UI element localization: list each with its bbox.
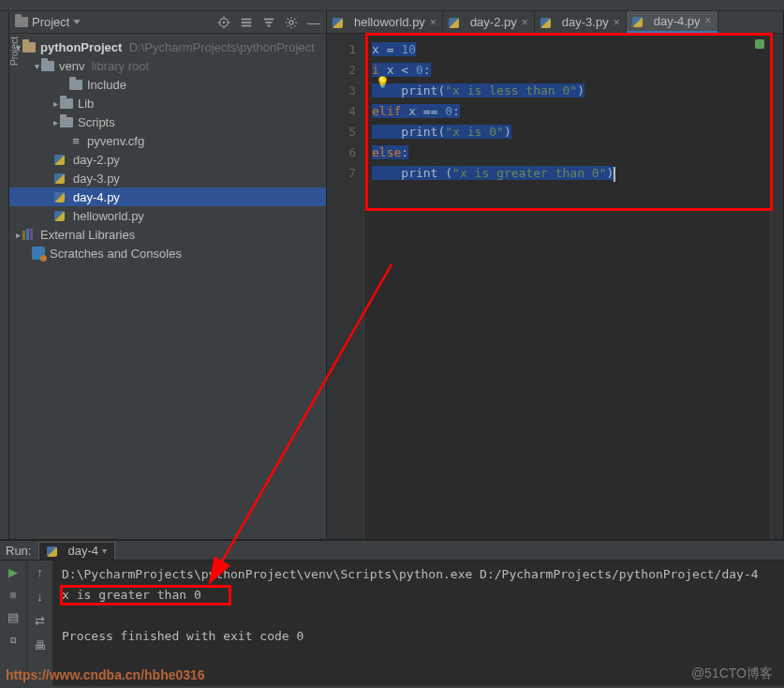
tree-external-libraries[interactable]: External Libraries bbox=[9, 225, 326, 244]
editor-tabs: helloworld.py × day-2.py × day-3.py × da… bbox=[327, 11, 783, 34]
folder-icon bbox=[22, 42, 36, 52]
down-icon[interactable]: ↓ bbox=[33, 589, 48, 604]
project-icon bbox=[15, 17, 28, 27]
folder-icon bbox=[69, 80, 82, 90]
watermark-url: https://www.cndba.cn/hbhe0316 bbox=[6, 667, 205, 682]
svg-rect-11 bbox=[267, 24, 271, 26]
tree-file-day4[interactable]: day-4.py bbox=[9, 187, 326, 206]
code-content[interactable]: x = 10 i💡 x < 0: print("x is less than 0… bbox=[364, 34, 770, 539]
rerun-icon[interactable]: ▶ bbox=[6, 564, 21, 579]
line-gutter: 123 4567 bbox=[327, 34, 364, 539]
python-file-icon bbox=[54, 172, 68, 186]
tree-lib[interactable]: Lib bbox=[9, 94, 326, 112]
python-file-icon bbox=[54, 209, 68, 223]
project-title: Project bbox=[32, 15, 69, 29]
expand-all-icon[interactable] bbox=[240, 16, 253, 29]
stop-icon[interactable]: ■ bbox=[6, 587, 21, 602]
svg-point-12 bbox=[289, 20, 293, 23]
svg-rect-9 bbox=[264, 18, 274, 20]
tree-venv[interactable]: venv library root bbox=[9, 56, 326, 75]
console-line-output: x is greater than 0 bbox=[62, 585, 775, 606]
tree-file-day3[interactable]: day-3.py bbox=[9, 169, 326, 187]
close-icon[interactable]: × bbox=[430, 16, 436, 29]
tree-file-day2[interactable]: day-2.py bbox=[9, 150, 326, 169]
code-editor[interactable]: 123 4567 x = 10 i💡 x < 0: print("x is le… bbox=[327, 34, 783, 539]
menu-bar bbox=[0, 0, 784, 11]
python-file-icon bbox=[449, 16, 461, 28]
locate-icon[interactable] bbox=[217, 16, 230, 29]
project-panel-header: Project — bbox=[9, 11, 326, 34]
python-file-icon bbox=[54, 153, 68, 167]
tree-scratches[interactable]: Scratches and Consoles bbox=[9, 244, 326, 262]
tree-file-helloworld[interactable]: helloworld.py bbox=[9, 206, 326, 225]
hide-panel-icon[interactable]: — bbox=[307, 18, 320, 27]
python-file-icon bbox=[333, 16, 345, 28]
main-area: Project Project — pythonProject D:\Pycha… bbox=[0, 11, 784, 539]
watermark-credit: @51CTO博客 bbox=[691, 666, 773, 682]
console-exit: Process finished with exit code 0 bbox=[62, 626, 775, 647]
python-file-icon bbox=[47, 545, 59, 557]
svg-rect-7 bbox=[242, 22, 252, 23]
library-icon bbox=[22, 229, 36, 240]
console-command: D:\PycharmProjects\pythonProject\venv\Sc… bbox=[62, 564, 775, 585]
up-icon[interactable]: ↑ bbox=[33, 564, 48, 579]
pin-icon[interactable]: ¤ bbox=[6, 632, 21, 647]
folder-icon bbox=[60, 98, 73, 109]
folder-icon bbox=[41, 61, 54, 71]
tab-helloworld[interactable]: helloworld.py × bbox=[327, 11, 443, 33]
python-file-icon bbox=[54, 190, 68, 204]
close-icon[interactable]: × bbox=[614, 16, 620, 29]
chevron-down-icon[interactable]: ▾ bbox=[102, 546, 107, 556]
tab-day3[interactable]: day-3.py × bbox=[535, 11, 627, 33]
tab-day2[interactable]: day-2.py × bbox=[443, 11, 535, 33]
run-label: Run: bbox=[6, 544, 31, 558]
svg-line-20 bbox=[294, 18, 295, 19]
project-dropdown-arrow[interactable] bbox=[73, 20, 81, 24]
print-icon[interactable]: 🖶 bbox=[33, 637, 48, 652]
svg-line-18 bbox=[294, 25, 295, 26]
svg-line-17 bbox=[288, 18, 288, 19]
svg-rect-8 bbox=[242, 24, 252, 26]
tree-root-project[interactable]: pythonProject D:\PycharmProjects\pythonP… bbox=[9, 37, 326, 56]
annotation-red-box-code bbox=[365, 33, 773, 211]
svg-line-19 bbox=[288, 25, 288, 26]
folder-icon bbox=[60, 117, 73, 127]
soft-wrap-icon[interactable]: ⇄ bbox=[33, 613, 48, 628]
tree-pyvenv-cfg[interactable]: ≡ pyvenv.cfg bbox=[9, 131, 326, 150]
tab-day4[interactable]: day-4.py × bbox=[627, 11, 718, 33]
settings-icon[interactable] bbox=[285, 16, 298, 29]
run-tool-window: Run: day-4 ▾ ▶ ■ ▤ ¤ ↑ ↓ ⇄ 🖶 D:\PycharmP… bbox=[0, 540, 784, 686]
run-tab[interactable]: day-4 ▾ bbox=[38, 542, 115, 560]
editor-area: helloworld.py × day-2.py × day-3.py × da… bbox=[327, 11, 784, 539]
svg-rect-6 bbox=[242, 18, 252, 20]
close-icon[interactable]: × bbox=[705, 14, 712, 27]
close-icon[interactable]: × bbox=[522, 16, 528, 29]
tree-label: pythonProject bbox=[40, 40, 122, 54]
project-rail-label: Project bbox=[9, 37, 20, 66]
python-file-icon bbox=[632, 15, 644, 27]
project-tree[interactable]: pythonProject D:\PycharmProjects\pythonP… bbox=[9, 34, 326, 539]
svg-point-1 bbox=[223, 21, 226, 23]
project-panel: Project — pythonProject D:\PycharmProjec… bbox=[9, 11, 327, 539]
project-tool-rail[interactable]: Project bbox=[0, 11, 9, 539]
tree-include[interactable]: Include bbox=[9, 75, 326, 94]
tree-scripts[interactable]: Scripts bbox=[9, 112, 326, 131]
svg-rect-10 bbox=[266, 22, 273, 23]
cfg-file-icon: ≡ bbox=[69, 134, 82, 147]
layout-icon[interactable]: ▤ bbox=[6, 609, 21, 624]
python-file-icon bbox=[540, 16, 553, 28]
scratches-icon bbox=[32, 247, 45, 260]
collapse-all-icon[interactable] bbox=[262, 16, 275, 29]
run-header: Run: day-4 ▾ bbox=[0, 540, 784, 561]
